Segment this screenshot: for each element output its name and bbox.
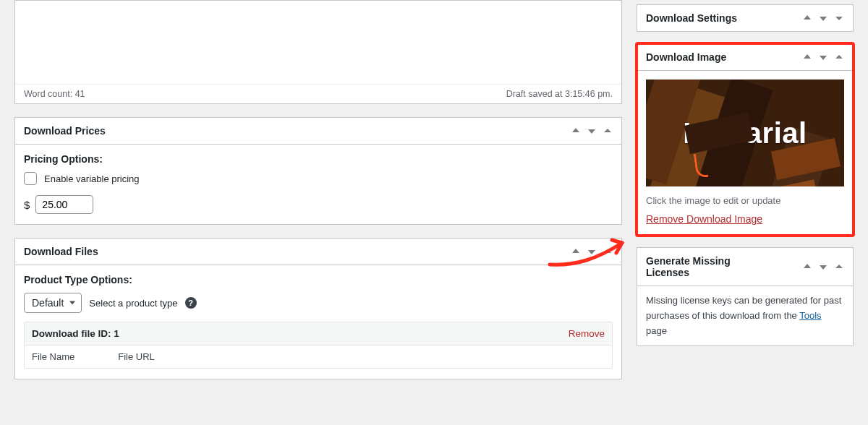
currency-symbol: $ — [24, 199, 30, 211]
thumbnail-overlay-text: Helvarial — [646, 80, 844, 186]
toggle-panel-icon[interactable] — [834, 13, 844, 23]
move-down-icon[interactable] — [818, 52, 828, 62]
checkbox-icon[interactable] — [24, 172, 37, 185]
product-type-options-label: Product Type Options: — [24, 274, 613, 286]
toggle-panel-icon[interactable] — [834, 262, 844, 272]
move-down-icon[interactable] — [587, 246, 597, 257]
panel-title: Generate Missing Licenses — [646, 255, 769, 278]
missing-licenses-text: Missing license keys can be generated fo… — [646, 293, 844, 338]
editor-content-area[interactable] — [15, 1, 621, 85]
download-file-table: Download file ID: 1 Remove File Name Fil… — [24, 322, 613, 369]
toggle-panel-icon[interactable] — [603, 246, 613, 257]
panel-title: Download Prices — [24, 125, 106, 137]
move-up-icon[interactable] — [802, 262, 812, 272]
generate-missing-licenses-panel: Generate Missing Licenses Missing licens… — [637, 247, 854, 346]
panel-title: Download Image — [646, 51, 726, 63]
editor-metabox: Word count: 41 Draft saved at 3:15:46 pm… — [14, 0, 622, 104]
panel-title: Download Files — [24, 246, 98, 257]
download-image-thumbnail[interactable]: Helvarial — [646, 80, 844, 186]
download-settings-panel: Download Settings — [637, 4, 854, 32]
remove-download-image-link[interactable]: Remove Download Image — [646, 213, 762, 225]
panel-title: Download Settings — [646, 12, 737, 24]
help-icon[interactable]: ? — [185, 297, 197, 309]
product-type-value: Default — [32, 297, 64, 309]
thumbnail-caption: Click the image to edit or update — [646, 195, 844, 206]
column-file-name: File Name — [32, 351, 75, 362]
move-up-icon[interactable] — [571, 246, 581, 257]
move-up-icon[interactable] — [802, 13, 812, 23]
toggle-panel-icon[interactable] — [603, 126, 613, 136]
download-image-panel: Download Image Helvarial Click the image… — [637, 43, 854, 236]
move-down-icon[interactable] — [818, 262, 828, 272]
enable-variable-pricing-row[interactable]: Enable variable pricing — [24, 172, 613, 185]
move-up-icon[interactable] — [571, 126, 581, 136]
download-file-id-label: Download file ID: 1 — [32, 328, 119, 339]
draft-saved-status: Draft saved at 3:15:46 pm. — [506, 89, 613, 99]
enable-variable-pricing-label: Enable variable pricing — [44, 173, 140, 184]
toggle-panel-icon[interactable] — [834, 52, 844, 62]
tools-link[interactable]: Tools — [799, 310, 821, 321]
move-down-icon[interactable] — [587, 126, 597, 136]
product-type-hint: Select a product type — [89, 298, 177, 309]
remove-file-link[interactable]: Remove — [569, 328, 605, 339]
move-down-icon[interactable] — [818, 13, 828, 23]
download-prices-panel: Download Prices Pricing Options: Enable … — [14, 117, 622, 225]
word-count: Word count: 41 — [24, 89, 85, 99]
pricing-options-label: Pricing Options: — [24, 153, 613, 165]
column-file-url: File URL — [118, 351, 155, 362]
price-input[interactable] — [35, 195, 93, 214]
move-up-icon[interactable] — [802, 52, 812, 62]
download-files-panel: Download Files Product Type Options: Def… — [14, 238, 622, 379]
product-type-select[interactable]: Default — [24, 293, 82, 313]
